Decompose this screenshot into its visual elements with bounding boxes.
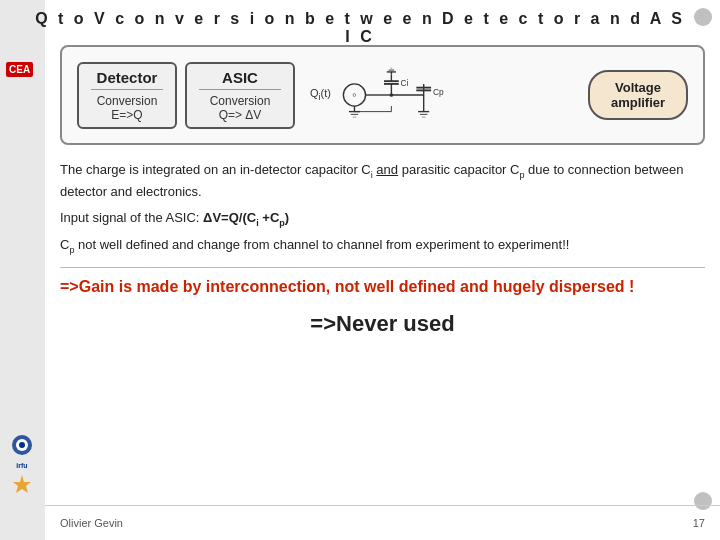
divider-line <box>60 267 705 268</box>
footer-author: Olivier Gevin <box>60 517 123 529</box>
circuit-label: Qi(t) <box>310 87 331 102</box>
detector-sub: ConversionE=>Q <box>91 94 163 122</box>
text-line-2: Input signal of the ASIC: ΔV=Q/(Ci +Cp) <box>60 208 705 230</box>
svg-point-2 <box>19 442 25 448</box>
svg-text:Cp: Cp <box>433 87 444 97</box>
detector-box: Detector ConversionE=>Q <box>77 62 177 129</box>
highlight-text: =>Gain is made by interconnection, not w… <box>60 278 705 296</box>
cea-logo: CEA <box>6 62 33 77</box>
text-line-3: Cp not well defined and change from chan… <box>60 235 705 257</box>
asic-sub: ConversionQ=> ΔV <box>199 94 281 122</box>
circuit-area: Qi(t) ◦ Ci <box>310 65 588 125</box>
svg-text:irfu: irfu <box>16 462 27 469</box>
corner-decoration-tr <box>694 8 712 26</box>
voltage-line1: Voltage <box>605 80 671 95</box>
voltage-amplifier-box: Voltage amplifier <box>588 70 688 120</box>
irfu-logo: irfu <box>5 430 40 501</box>
left-sidebar: CEA irfu <box>0 0 45 540</box>
svg-marker-4 <box>13 475 31 493</box>
diagram-box: Detector ConversionE=>Q ASIC ConversionQ… <box>60 45 705 145</box>
detector-title: Detector <box>91 69 163 90</box>
never-used-text: =>Never used <box>60 311 705 337</box>
asic-box: ASIC ConversionQ=> ΔV <box>185 62 295 129</box>
voltage-line2: amplifier <box>605 95 671 110</box>
asic-title: ASIC <box>199 69 281 90</box>
svg-text:Ci: Ci <box>401 78 409 88</box>
footer-page: 17 <box>693 517 705 529</box>
main-content: Detector ConversionE=>Q ASIC ConversionQ… <box>45 35 720 500</box>
circuit-diagram: ◦ Ci <box>336 65 456 125</box>
body-text: The charge is integrated on an in-detect… <box>60 160 705 257</box>
footer-bar: Olivier Gevin 17 <box>45 505 720 540</box>
svg-text:◦: ◦ <box>352 87 357 102</box>
text-line-1: The charge is integrated on an in-detect… <box>60 160 705 203</box>
